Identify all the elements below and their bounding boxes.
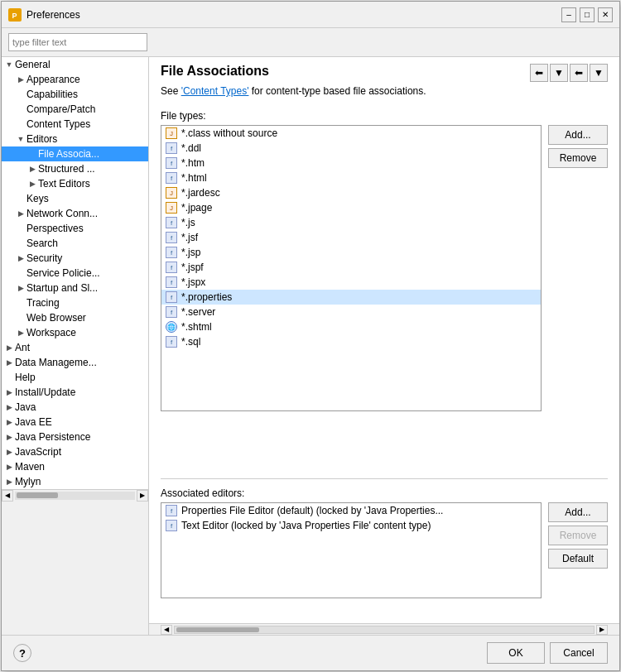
file-type-item[interactable]: f *.js — [161, 215, 541, 230]
dropdown-button2[interactable]: ▼ — [590, 64, 608, 82]
tree-item-text-editors[interactable]: ▶ Text Editors — [2, 176, 148, 191]
tree-item-startup[interactable]: ▶ Startup and Sl... — [2, 281, 148, 295]
file-types-buttons: Add... Remove — [548, 125, 608, 411]
tree-label-capabilities: Capabilities — [26, 89, 78, 100]
tree-label-general: General — [15, 59, 51, 70]
tree-label-startup: Startup and Sl... — [26, 282, 98, 294]
tree-item-install[interactable]: ▶ Install/Update — [2, 385, 148, 400]
assoc-editor-item[interactable]: f Properties File Editor (default) (lock… — [161, 503, 541, 518]
file-type-item[interactable]: 🌐 *.shtml — [161, 319, 541, 334]
file-type-item[interactable]: f *.sql — [161, 334, 541, 349]
file-icon-img: f — [166, 505, 177, 516]
filter-input[interactable] — [8, 33, 147, 51]
hscroll-left-arrow[interactable]: ◀ — [161, 625, 172, 635]
tree-item-help[interactable]: ▶ Help — [2, 370, 148, 385]
file-type-item[interactable]: f *.jspx — [161, 275, 541, 290]
file-type-item[interactable]: f *.jspf — [161, 260, 541, 275]
tree-item-mylyn[interactable]: ▶ Mylyn — [2, 474, 148, 489]
editor-icon: f — [165, 520, 178, 531]
file-type-item[interactable]: f *.properties — [161, 290, 541, 305]
tree-expand-java: ▶ — [3, 403, 15, 411]
tree-item-compare-patch[interactable]: ▶ Compare/Patch — [2, 102, 148, 117]
tree-item-java[interactable]: ▶ Java — [2, 400, 148, 415]
file-icon: J — [165, 202, 178, 214]
hscroll-track-row: ◀ ▶ — [161, 625, 608, 635]
tree-item-ant[interactable]: ▶ Ant — [2, 340, 148, 355]
file-type-item[interactable]: f *.server — [161, 305, 541, 319]
dropdown-button[interactable]: ▼ — [550, 64, 568, 82]
assoc-default-button[interactable]: Default — [548, 549, 608, 569]
close-button[interactable]: ✕ — [598, 7, 613, 22]
file-type-item[interactable]: f *.jsp — [161, 245, 541, 260]
tree-expand-perspectives: ▶ — [15, 224, 26, 233]
maximize-button[interactable]: □ — [580, 7, 595, 22]
file-type-label: *.js — [181, 217, 195, 228]
tree-item-network[interactable]: ▶ Network Conn... — [2, 206, 148, 221]
content-types-link[interactable]: 'Content Types' — [181, 85, 249, 97]
left-scroll-right-arrow[interactable]: ▶ — [137, 490, 148, 502]
tree-item-web-browser[interactable]: ▶ Web Browser — [2, 310, 148, 325]
tree-item-file-assoc[interactable]: ▶ File Associa... — [2, 146, 148, 161]
file-icon-img: f — [166, 247, 177, 258]
tree-item-general[interactable]: ▼ General — [2, 57, 148, 72]
file-type-item[interactable]: f *.html — [161, 170, 541, 185]
file-icon-img: f — [166, 306, 177, 318]
tree-expand-keys: ▶ — [15, 194, 26, 203]
hscroll-thumb — [176, 627, 259, 632]
file-type-item[interactable]: f *.ddl — [161, 141, 541, 156]
forward-button[interactable]: ⬅ — [570, 64, 588, 82]
assoc-editors-area: f Properties File Editor (default) (lock… — [149, 502, 619, 602]
assoc-editor-label: Text Editor (locked by 'Java Properties … — [181, 520, 431, 531]
tree-item-appearance[interactable]: ▶ Appearance — [2, 72, 148, 87]
help-button[interactable]: ? — [13, 644, 31, 662]
tree-item-perspectives[interactable]: ▶ Perspectives — [2, 221, 148, 236]
minimize-button[interactable]: – — [561, 7, 576, 22]
tree-item-service-policies[interactable]: ▶ Service Policie... — [2, 266, 148, 281]
tree-label-search: Search — [26, 238, 58, 249]
file-type-item[interactable]: f *.jsf — [161, 230, 541, 245]
file-types-remove-button[interactable]: Remove — [548, 148, 608, 168]
tree-item-workspace[interactable]: ▶ Workspace — [2, 325, 148, 340]
tree-item-maven[interactable]: ▶ Maven — [2, 459, 148, 474]
tree-item-structured[interactable]: ▶ Structured ... — [2, 161, 148, 176]
file-type-item[interactable]: J *.jardesc — [161, 185, 541, 200]
ok-button[interactable]: OK — [487, 642, 545, 664]
window-controls: – □ ✕ — [561, 7, 613, 22]
assoc-remove-button[interactable]: Remove — [548, 526, 608, 545]
back-button[interactable]: ⬅ — [530, 64, 548, 82]
assoc-add-button[interactable]: Add... — [548, 502, 608, 522]
file-icon: f — [165, 276, 178, 288]
tree-item-javascript[interactable]: ▶ JavaScript — [2, 444, 148, 459]
tree-expand-service: ▶ — [15, 269, 26, 277]
file-icon: f — [165, 336, 178, 348]
section-divider — [161, 478, 608, 479]
tree-item-content-types[interactable]: ▶ Content Types — [2, 117, 148, 132]
tree-item-keys[interactable]: ▶ Keys — [2, 191, 148, 206]
tree-item-security[interactable]: ▶ Security — [2, 251, 148, 266]
globe-icon: 🌐 — [166, 321, 177, 333]
file-icon: 🌐 — [165, 321, 178, 333]
tree-label-workspace: Workspace — [26, 327, 76, 338]
tree-item-java-ee[interactable]: ▶ Java EE — [2, 415, 148, 430]
hscroll-right-arrow[interactable]: ▶ — [596, 625, 608, 635]
assoc-editors-label: Associated editors: — [149, 482, 619, 502]
tree-item-editors[interactable]: ▼ Editors — [2, 132, 148, 146]
assoc-editors-list[interactable]: f Properties File Editor (default) (lock… — [161, 502, 542, 598]
file-type-label: *.html — [181, 172, 207, 184]
tree-item-tracing[interactable]: ▶ Tracing — [2, 295, 148, 310]
file-types-label: File types: — [149, 105, 619, 125]
file-type-item[interactable]: J *.class without source — [161, 126, 541, 141]
tree-expand-workspace: ▶ — [15, 329, 26, 337]
file-types-add-button[interactable]: Add... — [548, 125, 608, 145]
tree-item-search[interactable]: ▶ Search — [2, 236, 148, 251]
file-types-list[interactable]: J *.class without source f *.ddl f *.htm — [161, 125, 542, 411]
tree-item-java-persistence[interactable]: ▶ Java Persistence — [2, 430, 148, 444]
left-scroll-left-arrow[interactable]: ◀ — [2, 490, 13, 502]
cancel-button[interactable]: Cancel — [550, 642, 608, 664]
file-type-item[interactable]: J *.jpage — [161, 200, 541, 215]
assoc-editor-item[interactable]: f Text Editor (locked by 'Java Propertie… — [161, 518, 541, 533]
tree-label-perspectives: Perspectives — [26, 223, 84, 234]
tree-item-data-mgmt[interactable]: ▶ Data Manageme... — [2, 355, 148, 370]
file-type-item[interactable]: f *.htm — [161, 156, 541, 170]
tree-item-capabilities[interactable]: ▶ Capabilities — [2, 87, 148, 102]
